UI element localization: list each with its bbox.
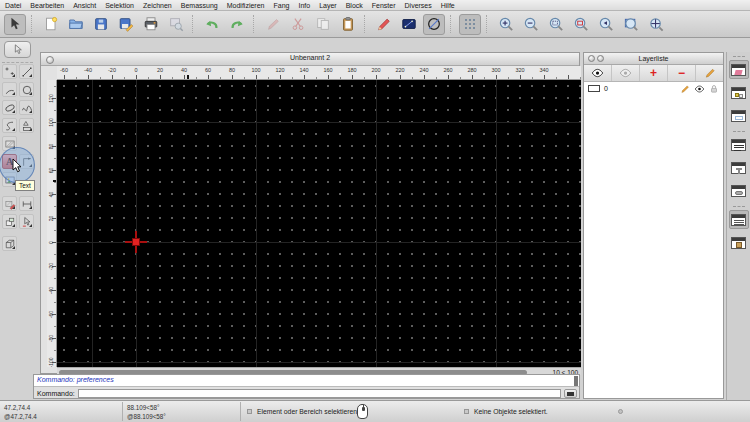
copy-button[interactable] [312,14,334,35]
ruler-label: -60 [47,302,56,326]
zoom-window-button[interactable] [570,14,592,35]
property-editor-toggle[interactable] [729,158,749,177]
menu-item[interactable]: Info [298,2,310,9]
mouse-cursor-icon [12,158,23,173]
image-icon [4,174,16,186]
layer-edit-button[interactable] [680,84,690,94]
undo-button[interactable] [201,14,223,35]
layer-panel-titlebar[interactable]: Layerliste [584,53,723,65]
select-tool-button[interactable] [4,14,26,35]
document-window: Unbenannt 2 -60-40-200204060801001201401… [40,52,580,374]
layer-lock-toggle[interactable] [709,84,719,94]
eye-icon [591,68,604,78]
select-entity-tool[interactable] [19,214,34,229]
cut-button[interactable] [287,14,309,35]
add-layer-button[interactable]: + [640,65,668,81]
block-tool[interactable] [2,214,17,229]
menu-item[interactable]: Modifizieren [227,2,265,9]
absolute-coordinates: 47.2,74.4 [4,404,30,411]
copy-icon [315,16,331,32]
dock-separator [733,131,745,132]
print-button[interactable] [140,14,162,35]
drawing-canvas[interactable] [57,80,581,367]
block-list-toggle[interactable] [729,83,749,102]
arc-tool[interactable] [2,82,17,97]
clipboard-panel-toggle[interactable] [729,233,749,252]
horizontal-ruler: -60-40-200204060801001201401601802002202… [57,66,581,80]
drawing-preferences-button[interactable] [398,14,420,35]
new-file-button[interactable] [40,14,62,35]
paste-button[interactable] [337,14,359,35]
save-as-button[interactable] [115,14,137,35]
isometric-tool[interactable] [2,236,17,251]
edit-button[interactable] [373,14,395,35]
zoom-pan-button[interactable] [645,14,667,35]
red-pencil-icon [376,16,392,32]
palette-select-tool[interactable] [4,41,31,58]
ruler-label: 160 [316,66,340,74]
print-preview-button[interactable] [165,14,187,35]
command-history: Kommando: preferences [34,375,579,387]
ruler-label: -60 [57,66,76,74]
menu-item[interactable]: Layer [319,2,337,9]
edit-pencil-icon [680,84,690,94]
menu-item[interactable]: Fenster [372,2,396,9]
left-mouse-hint: Element oder Bereich selektieren [257,408,357,415]
point-tool[interactable] [2,64,17,79]
zoom-previous-button[interactable] [595,14,617,35]
edit-layer-button[interactable] [696,65,723,81]
polyline-tool[interactable] [2,118,17,133]
menu-item[interactable]: Datei [5,2,21,9]
library-browser-toggle[interactable] [729,106,749,125]
layer-visibility-toggle[interactable] [694,85,705,93]
command-history-toggle[interactable] [729,210,749,229]
redo-button[interactable] [226,14,248,35]
menu-item[interactable]: Ansicht [73,2,96,9]
ruler-label: 340 [532,66,556,74]
ruler-label: 60 [47,158,56,182]
shapes-tool[interactable] [19,118,34,133]
hatch-edit-tool[interactable] [2,196,17,211]
dimension-horizontal-tool[interactable] [19,196,34,211]
zoom-out-button[interactable] [520,14,542,35]
command-line-toggle[interactable] [729,135,749,154]
menu-item[interactable]: Bearbeiten [30,2,64,9]
ruler-label: -20 [47,254,56,278]
zoom-in-icon [498,16,515,33]
save-button[interactable] [90,14,112,35]
menu-item[interactable]: Block [346,2,363,9]
circle-tool[interactable] [19,82,34,97]
menu-item[interactable]: Zeichnen [143,2,172,9]
command-options-button[interactable] [564,389,577,398]
menu-item[interactable]: Fang [273,2,289,9]
grid-toggle-button[interactable] [459,14,481,35]
document-titlebar[interactable]: Unbenannt 2 [41,53,579,66]
open-file-button[interactable] [65,14,87,35]
spline-tool[interactable] [19,100,34,115]
menu-item[interactable]: Diverses [405,2,432,9]
menu-item[interactable]: Selektion [105,2,134,9]
menu-item[interactable]: Bemassung [181,2,218,9]
ellipse-tool[interactable] [2,100,17,115]
remove-layer-button[interactable]: − [668,65,696,81]
line-tool[interactable] [19,64,34,79]
history-scrollbar[interactable] [574,376,578,386]
menu-item[interactable]: Hilfe [441,2,455,9]
zoom-in-button[interactable] [495,14,517,35]
ruler-label: 20 [47,206,56,230]
zoom-auto-button[interactable] [545,14,567,35]
block-panel-icon [731,87,746,99]
tool-tooltip: Text [15,180,35,191]
hide-all-layers-button[interactable] [612,65,640,81]
draw-pen-button[interactable] [262,14,284,35]
redo-arrow-icon [229,16,245,32]
show-all-layers-button[interactable] [584,65,612,81]
selection-filter-toggle[interactable] [729,181,749,200]
restrict-nothing-button[interactable] [423,14,445,35]
layer-row[interactable]: 0 [584,82,723,95]
zoom-select-button[interactable] [620,14,642,35]
hatch-tool[interactable] [2,136,17,151]
layer-list-toggle[interactable] [729,60,749,79]
command-input[interactable] [78,389,561,398]
layer-color-swatch[interactable] [588,85,600,92]
